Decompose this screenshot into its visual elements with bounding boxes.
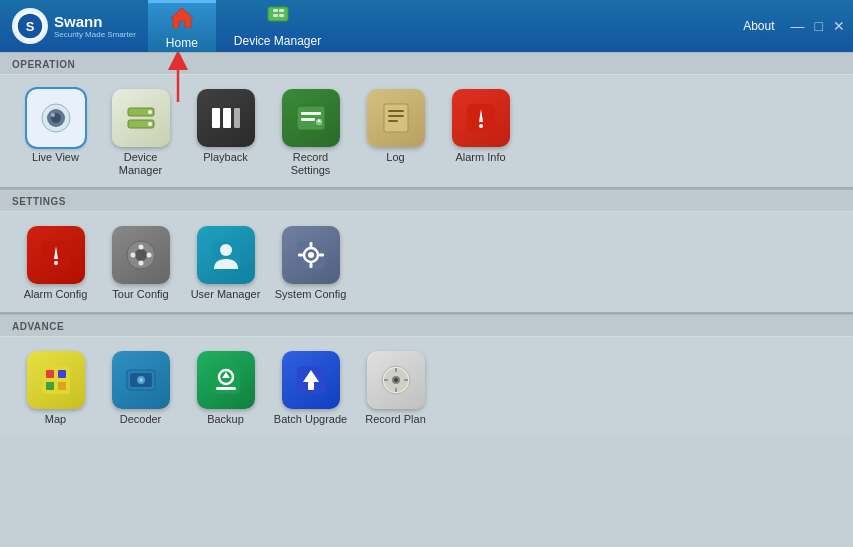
maximize-button[interactable]: □ xyxy=(815,18,823,34)
svg-rect-50 xyxy=(298,254,303,257)
app-icon-playback[interactable]: Playback xyxy=(188,89,263,177)
alarm-config-icon xyxy=(27,226,85,284)
close-button[interactable]: ✕ xyxy=(833,18,845,34)
svg-rect-20 xyxy=(234,108,240,128)
svg-rect-4 xyxy=(273,9,278,12)
logo-brand: Swann xyxy=(54,13,136,30)
minimize-button[interactable]: — xyxy=(791,18,805,34)
section-content-advance: Map Decoder Ba xyxy=(0,337,853,436)
svg-rect-56 xyxy=(58,382,66,390)
svg-point-39 xyxy=(138,245,143,250)
svg-point-44 xyxy=(220,244,232,256)
alarm-info-label: Alarm Info xyxy=(455,151,505,164)
svg-rect-67 xyxy=(308,382,314,390)
app-icon-user-manager[interactable]: User Manager xyxy=(188,226,263,301)
device-manager-nav-icon xyxy=(265,4,291,32)
svg-rect-64 xyxy=(216,387,236,390)
svg-marker-2 xyxy=(171,8,193,28)
main-content: OPERATION Live View xyxy=(0,52,853,547)
svg-rect-23 xyxy=(301,112,321,115)
app-icon-live-view[interactable]: Live View xyxy=(18,89,93,177)
app-icon-device-manager[interactable]: Device Manager xyxy=(103,89,178,177)
record-settings-label: Record Settings xyxy=(273,151,348,177)
app-icon-alarm-info[interactable]: Alarm Info xyxy=(443,89,518,177)
device-manager-icon xyxy=(112,89,170,147)
svg-rect-27 xyxy=(384,104,408,132)
window-controls: About — □ ✕ xyxy=(737,17,845,35)
svg-rect-19 xyxy=(223,108,231,128)
svg-rect-54 xyxy=(58,370,66,378)
app-icon-alarm-config[interactable]: Alarm Config xyxy=(18,226,93,301)
svg-rect-52 xyxy=(42,366,70,394)
tour-config-label: Tour Config xyxy=(112,288,168,301)
svg-rect-7 xyxy=(279,14,284,17)
home-tab-label: Home xyxy=(166,36,198,50)
app-icon-decoder[interactable]: Decoder xyxy=(103,351,178,426)
svg-rect-48 xyxy=(309,242,312,247)
device-manager-tab-label: Device Manager xyxy=(234,34,321,48)
alarm-info-icon xyxy=(452,89,510,147)
map-icon xyxy=(27,351,85,409)
playback-icon xyxy=(197,89,255,147)
log-icon xyxy=(367,89,425,147)
app-icon-record-plan[interactable]: Record Plan xyxy=(358,351,433,426)
live-view-label: Live View xyxy=(32,151,79,164)
decoder-label: Decoder xyxy=(120,413,162,426)
section-content-operation: Live View Device Manager xyxy=(0,75,853,189)
home-icon xyxy=(169,6,195,34)
system-config-icon xyxy=(282,226,340,284)
svg-point-17 xyxy=(148,122,152,126)
live-view-icon xyxy=(27,89,85,147)
svg-point-16 xyxy=(148,110,152,114)
device-manager-label: Device Manager xyxy=(103,151,178,177)
app-icon-map[interactable]: Map xyxy=(18,351,93,426)
svg-point-33 xyxy=(479,124,483,128)
titlebar: S Swann Security Made Smarter Home xyxy=(0,0,853,52)
svg-rect-6 xyxy=(273,14,278,17)
alarm-config-label: Alarm Config xyxy=(24,288,88,301)
batch-upgrade-label: Batch Upgrade xyxy=(274,413,347,426)
svg-rect-55 xyxy=(46,382,54,390)
system-config-label: System Config xyxy=(275,288,347,301)
svg-point-60 xyxy=(139,378,143,382)
about-button[interactable]: About xyxy=(737,17,780,35)
record-settings-icon xyxy=(282,89,340,147)
svg-rect-49 xyxy=(309,263,312,268)
backup-icon xyxy=(197,351,255,409)
tab-home[interactable]: Home xyxy=(148,0,216,52)
record-plan-icon xyxy=(367,351,425,409)
map-label: Map xyxy=(45,413,66,426)
section-content-settings: Alarm Config Tour Config xyxy=(0,212,853,313)
svg-rect-53 xyxy=(46,370,54,378)
app-icon-system-config[interactable]: System Config xyxy=(273,226,348,301)
backup-label: Backup xyxy=(207,413,244,426)
app-icon-backup[interactable]: Backup xyxy=(188,351,263,426)
logo-text-block: Swann Security Made Smarter xyxy=(54,13,136,39)
section-header-operation: OPERATION xyxy=(0,52,853,75)
svg-point-41 xyxy=(130,253,135,258)
svg-point-42 xyxy=(146,253,151,258)
app-icon-record-settings[interactable]: Record Settings xyxy=(273,89,348,177)
section-header-advance: ADVANCE xyxy=(0,314,853,337)
section-header-settings: SETTINGS xyxy=(0,189,853,212)
nav-tabs: Home Device Manager xyxy=(148,0,339,52)
logo-tagline: Security Made Smarter xyxy=(54,30,136,39)
svg-rect-29 xyxy=(388,115,404,117)
app-icon-log[interactable]: Log xyxy=(358,89,433,177)
tab-device-manager[interactable]: Device Manager xyxy=(216,0,339,52)
app-icon-batch-upgrade[interactable]: Batch Upgrade xyxy=(273,351,348,426)
tour-config-icon xyxy=(112,226,170,284)
record-plan-label: Record Plan xyxy=(365,413,426,426)
svg-rect-51 xyxy=(319,254,324,257)
swann-logo: S xyxy=(12,8,48,44)
logo-area: S Swann Security Made Smarter xyxy=(0,8,148,44)
app-icon-tour-config[interactable]: Tour Config xyxy=(103,226,178,301)
playback-label: Playback xyxy=(203,151,248,164)
svg-rect-30 xyxy=(388,120,398,122)
svg-point-40 xyxy=(138,261,143,266)
svg-rect-28 xyxy=(388,110,404,112)
svg-point-36 xyxy=(54,261,58,265)
batch-upgrade-icon xyxy=(282,351,340,409)
svg-point-47 xyxy=(308,252,314,258)
user-manager-label: User Manager xyxy=(191,288,261,301)
